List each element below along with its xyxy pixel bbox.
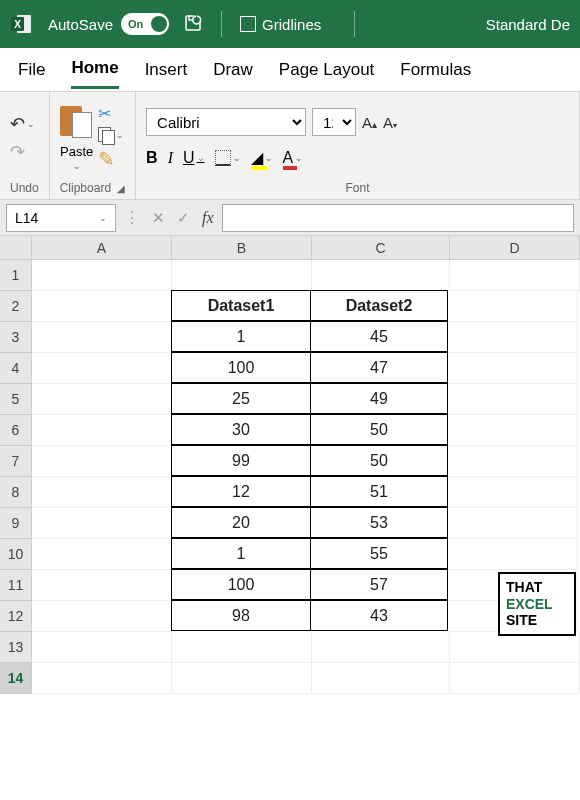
chevron-down-icon[interactable]: ⌄ [99,213,107,223]
chevron-down-icon[interactable]: ⌄ [329,20,336,29]
cell[interactable] [312,663,450,694]
fill-color-button[interactable]: ◢⌄ [251,148,273,167]
row-header[interactable]: 11 [0,570,32,601]
tab-formulas[interactable]: Formulas [400,52,471,88]
row-header[interactable]: 1 [0,260,32,291]
cell[interactable] [448,291,578,322]
tab-home[interactable]: Home [71,50,118,89]
row-header[interactable]: 4 [0,353,32,384]
cell[interactable]: Dataset1 [171,290,311,321]
cell[interactable]: 12 [171,476,311,507]
tab-file[interactable]: File [18,52,45,88]
cell[interactable] [448,353,578,384]
gridlines-checkbox[interactable]: Gridlines ⌄ [240,16,336,33]
cell[interactable]: 30 [171,414,311,445]
cell[interactable]: 100 [171,569,311,600]
cell[interactable]: 1 [171,321,311,352]
chevron-down-icon[interactable]: ⌄ [27,119,35,129]
cell[interactable]: 51 [310,476,448,507]
cell[interactable]: 20 [171,507,311,538]
cell[interactable]: 57 [310,569,448,600]
decrease-font-button[interactable]: A▾ [383,114,397,131]
row-header[interactable]: 14 [0,663,32,694]
cell[interactable] [32,353,172,384]
cell[interactable]: 98 [171,600,311,631]
select-all-corner[interactable] [0,236,32,260]
cell[interactable] [312,260,450,291]
cell[interactable]: 25 [171,383,311,414]
cancel-button[interactable]: ✕ [148,209,169,227]
cell[interactable] [32,446,172,477]
row-header[interactable]: 8 [0,477,32,508]
cell[interactable]: 1 [171,538,311,569]
cell[interactable] [172,260,312,291]
row-header[interactable]: 5 [0,384,32,415]
underline-button[interactable]: U⌄ [183,149,205,167]
cut-button[interactable]: ✂ [98,104,124,123]
cell[interactable]: 99 [171,445,311,476]
row-header[interactable]: 3 [0,322,32,353]
cell[interactable] [172,663,312,694]
cell[interactable]: 55 [310,538,448,569]
column-header[interactable]: A [32,236,172,260]
row-header[interactable]: 12 [0,601,32,632]
copy-button[interactable]: ⌄ [98,127,124,143]
cell[interactable]: 100 [171,352,311,383]
enter-button[interactable]: ✓ [173,209,194,227]
cell[interactable] [32,539,172,570]
chevron-down-icon[interactable]: ⌄ [265,153,273,163]
cell[interactable] [32,477,172,508]
cell[interactable] [32,508,172,539]
cell[interactable] [450,663,580,694]
cell[interactable]: 43 [310,600,448,631]
increase-font-button[interactable]: A▴ [362,114,377,131]
borders-button[interactable]: ⌄ [215,150,241,166]
cell[interactable]: 49 [310,383,448,414]
row-header[interactable]: 13 [0,632,32,663]
chevron-down-icon[interactable]: ⌄ [116,130,124,140]
cell[interactable] [448,508,578,539]
cell[interactable] [172,632,312,663]
column-header[interactable]: B [172,236,312,260]
cell[interactable] [448,415,578,446]
tab-insert[interactable]: Insert [145,52,188,88]
cell[interactable]: 50 [310,414,448,445]
cell[interactable] [450,632,580,663]
name-box[interactable]: L14 ⌄ [6,204,116,232]
cell[interactable] [32,570,172,601]
chevron-down-icon[interactable]: ⌄ [197,153,205,163]
column-header[interactable]: D [450,236,580,260]
cell[interactable]: Dataset2 [310,290,448,321]
cell[interactable] [448,539,578,570]
autosave-toggle[interactable]: AutoSave On [48,13,169,35]
cell[interactable] [448,322,578,353]
cell[interactable] [312,632,450,663]
chevron-down-icon[interactable]: ⌄ [73,161,81,171]
redo-button[interactable]: ↷ [10,141,35,163]
toggle-switch[interactable]: On [121,13,169,35]
font-size-select[interactable]: 12 [312,108,356,136]
cell[interactable] [32,415,172,446]
format-painter-button[interactable]: ✎ [98,147,124,171]
font-color-button[interactable]: A⌄ [283,149,304,167]
italic-button[interactable]: I [168,149,173,167]
formula-input[interactable] [222,204,574,232]
save-icon[interactable] [183,13,203,36]
cell[interactable] [32,322,172,353]
cell[interactable] [450,260,580,291]
row-header[interactable]: 2 [0,291,32,322]
cell[interactable] [32,632,172,663]
dialog-launcher-icon[interactable]: ◢ [117,183,125,194]
cell[interactable] [32,384,172,415]
cell[interactable]: 45 [310,321,448,352]
tab-page-layout[interactable]: Page Layout [279,52,374,88]
chevron-down-icon[interactable]: ⌄ [295,153,303,163]
paste-button[interactable]: Paste ⌄ [60,104,94,171]
undo-button[interactable]: ↶⌄ [10,113,35,135]
cell[interactable] [448,384,578,415]
row-header[interactable]: 10 [0,539,32,570]
row-header[interactable]: 7 [0,446,32,477]
tab-draw[interactable]: Draw [213,52,253,88]
cell[interactable] [448,446,578,477]
font-name-select[interactable]: Calibri [146,108,306,136]
